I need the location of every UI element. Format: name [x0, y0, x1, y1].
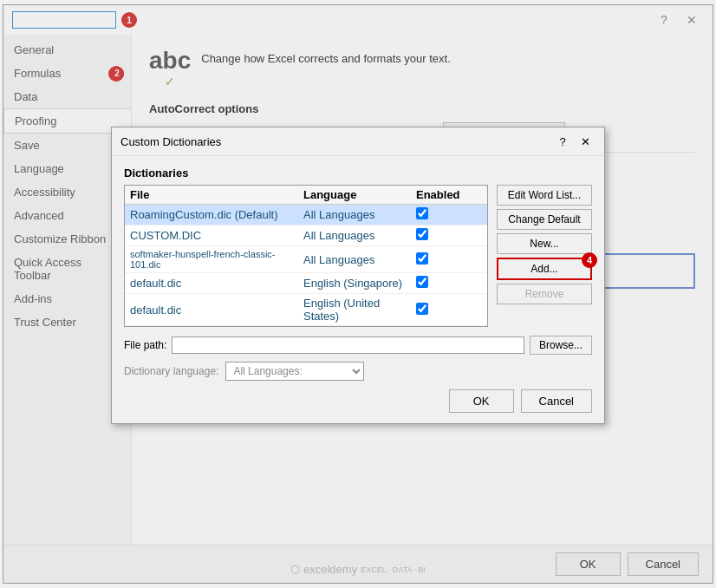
dict-lang-label: Dictionary language:	[124, 365, 218, 377]
dict-close-button[interactable]: ✕	[575, 133, 596, 150]
dict-row-3-lang: English (Singapore)	[298, 274, 411, 292]
dict-table-container: File Language Enabled RoamingCustom.dic …	[124, 185, 592, 327]
col-file-header: File	[125, 186, 298, 204]
dict-footer: File path: Browse... Dictionary language…	[124, 336, 592, 413]
dict-row-0-file: RoamingCustom.dic (Default)	[125, 206, 298, 224]
dict-dialog-title: Custom Dictionaries	[120, 135, 221, 148]
dict-row-4-lang: English (United States)	[298, 294, 411, 325]
overlay: Custom Dictionaries ? ✕ Dictionaries Fil…	[3, 5, 713, 583]
dict-row-2-enabled[interactable]	[411, 250, 433, 270]
dict-row-3-enabled[interactable]	[411, 273, 433, 293]
dict-cancel-button[interactable]: Cancel	[521, 389, 592, 413]
edit-word-list-button[interactable]: Edit Word List...	[497, 185, 592, 206]
dict-ok-cancel: OK Cancel	[124, 389, 592, 413]
watermark-subtext: EXCEL · DATA · BI	[361, 565, 426, 574]
dict-lang-select[interactable]: All Languages:	[225, 362, 364, 381]
watermark-text: exceldemy	[303, 563, 357, 576]
dict-list-area: File Language Enabled RoamingCustom.dic …	[124, 185, 488, 327]
change-default-button[interactable]: Change Default	[497, 209, 592, 230]
remove-button[interactable]: Remove	[497, 284, 592, 304]
dict-row-2-file: softmaker-hunspell-french-classic-101.di…	[125, 246, 298, 272]
dict-row-0-lang: All Languages	[298, 206, 411, 224]
col-lang-header: Language	[298, 186, 411, 204]
dict-row-1-enabled[interactable]	[411, 225, 433, 245]
browse-button[interactable]: Browse...	[530, 336, 592, 355]
dict-list-header: File Language Enabled	[125, 186, 487, 205]
dict-body: Dictionaries File Language Enabled Roami…	[112, 156, 604, 423]
dict-row-4-file: default.dic	[125, 301, 298, 319]
dict-help-button[interactable]: ?	[552, 133, 573, 150]
dict-title-bar: Custom Dictionaries ? ✕	[112, 127, 604, 156]
dict-row-1-file: CUSTOM.DIC	[125, 226, 298, 245]
dict-row-2[interactable]: softmaker-hunspell-french-classic-101.di…	[125, 246, 487, 273]
dict-ok-button[interactable]: OK	[449, 389, 514, 413]
watermark: ⬡ exceldemy EXCEL · DATA · BI	[290, 563, 426, 576]
dict-row-0[interactable]: RoamingCustom.dic (Default) All Language…	[125, 205, 487, 225]
dict-row-3-file: default.dic	[125, 274, 298, 292]
dict-row-4[interactable]: default.dic English (United States)	[125, 294, 487, 326]
dict-title-controls: ? ✕	[552, 133, 596, 150]
dict-row-1[interactable]: CUSTOM.DIC All Languages	[125, 225, 487, 246]
dict-row-1-lang: All Languages	[298, 226, 411, 245]
dict-row-2-lang: All Languages	[298, 251, 411, 269]
watermark-icon: ⬡	[290, 563, 300, 576]
col-enabled-header: Enabled	[411, 186, 465, 204]
dict-row-3[interactable]: default.dic English (Singapore)	[125, 273, 487, 294]
new-button[interactable]: New...	[497, 233, 592, 254]
dict-row-4-enabled[interactable]	[411, 300, 433, 320]
main-dialog: Excel Options 1 ? ✕ General Formulas 2 D…	[3, 4, 713, 584]
file-path-input[interactable]	[172, 336, 524, 354]
dictionaries-label: Dictionaries	[124, 167, 592, 180]
dict-buttons: Edit Word List... Change Default New... …	[497, 185, 592, 327]
dict-row-0-enabled[interactable]	[411, 205, 433, 225]
add-button[interactable]: Add... 4	[497, 258, 592, 280]
file-path-row: File path: Browse...	[124, 336, 592, 355]
dict-lang-row: Dictionary language: All Languages:	[124, 362, 592, 381]
badge-4: 4	[582, 252, 597, 268]
file-path-label: File path:	[124, 339, 166, 351]
custom-dict-dialog: Custom Dictionaries ? ✕ Dictionaries Fil…	[111, 127, 605, 424]
